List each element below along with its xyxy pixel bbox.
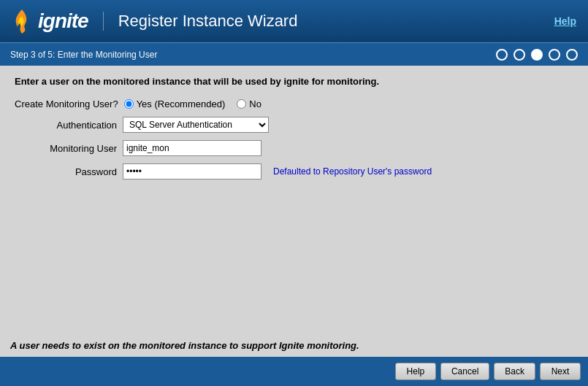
step-dot-1: [496, 49, 508, 61]
create-user-radio-group: Yes (Recommended) No: [124, 99, 261, 109]
auth-row: Authentication SQL Server Authentication…: [15, 117, 573, 133]
monitoring-user-row: Monitoring User: [15, 140, 573, 156]
no-radio-text: No: [249, 99, 261, 109]
create-user-row: Create Monitoring User? Yes (Recommended…: [15, 99, 573, 109]
bottom-note: A user needs to exist on the monitored i…: [10, 340, 578, 351]
auth-label: Authentication: [15, 120, 117, 131]
no-radio-label[interactable]: No: [237, 99, 261, 109]
password-row: Password Defaulted to Repository User's …: [15, 163, 573, 180]
password-hint: Defaulted to Repository User's password: [273, 166, 432, 177]
logo-area: ignite: [12, 8, 88, 34]
yes-radio-label[interactable]: Yes (Recommended): [124, 99, 226, 109]
auth-select[interactable]: SQL Server Authentication Windows Authen…: [123, 117, 269, 133]
main-content: Enter a user on the monitored instance t…: [0, 66, 588, 357]
next-button[interactable]: Next: [540, 363, 581, 380]
back-button[interactable]: Back: [494, 363, 535, 380]
ignite-flame-icon: [12, 8, 32, 34]
step-dot-3: [531, 49, 543, 61]
cancel-button[interactable]: Cancel: [440, 363, 489, 380]
header-help-link[interactable]: Help: [554, 15, 576, 27]
step-dot-2: [513, 49, 525, 61]
create-user-label: Create Monitoring User?: [15, 99, 118, 109]
form-area: Create Monitoring User? Yes (Recommended…: [15, 99, 573, 180]
help-button[interactable]: Help: [395, 363, 436, 380]
step-label: Step 3 of 5: Enter the Monitoring User: [10, 50, 157, 60]
step-dot-5: [566, 49, 578, 61]
no-radio[interactable]: [237, 99, 246, 109]
header: ignite Register Instance Wizard Help: [0, 0, 588, 42]
step-dots: [496, 49, 578, 61]
yes-radio-text: Yes (Recommended): [137, 99, 226, 109]
description-text: Enter a user on the monitored instance t…: [15, 76, 573, 87]
step-dot-4: [549, 49, 560, 61]
wizard-title: Register Instance Wizard: [103, 12, 298, 31]
yes-radio[interactable]: [124, 99, 134, 109]
step-bar: Step 3 of 5: Enter the Monitoring User: [0, 42, 588, 66]
monitoring-user-label: Monitoring User: [15, 143, 117, 154]
monitoring-user-input[interactable]: [123, 140, 261, 156]
footer: Help Cancel Back Next: [0, 357, 588, 386]
password-label: Password: [15, 166, 117, 177]
password-input[interactable]: [123, 163, 261, 180]
logo-text: ignite: [38, 9, 88, 33]
